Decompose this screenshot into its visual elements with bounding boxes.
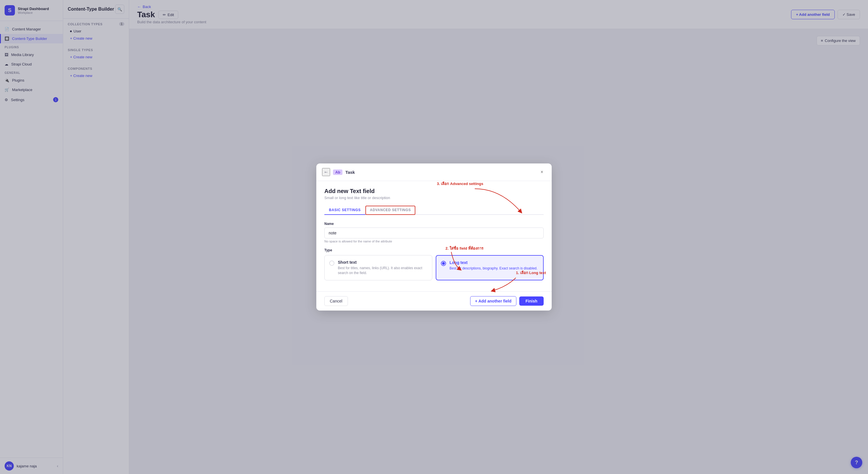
tab-advanced-settings[interactable]: ADVANCED SETTINGS <box>365 206 415 215</box>
modal-add-another-field-button[interactable]: + Add another field <box>470 296 516 306</box>
type-options: Short text Best for titles, names, links… <box>324 255 544 280</box>
long-text-desc: Best for descriptions, biography. Exact … <box>450 266 538 271</box>
modal-overlay: ← Ab Task × Add new Text field Small or … <box>0 0 868 474</box>
tab-basic-settings[interactable]: BASIC SETTINGS <box>324 206 365 215</box>
short-text-radio[interactable] <box>329 261 334 266</box>
long-text-label: Long text <box>450 260 538 265</box>
type-option-short[interactable]: Short text Best for titles, names, links… <box>324 255 432 280</box>
name-field-group: Name No space is allowed for the name of… <box>324 222 544 243</box>
type-option-long[interactable]: Long text Best for descriptions, biograp… <box>436 255 544 280</box>
modal: ← Ab Task × Add new Text field Small or … <box>316 164 552 310</box>
finish-button[interactable]: Finish <box>519 296 544 306</box>
modal-close-button[interactable]: × <box>538 168 546 176</box>
modal-type-name: Task <box>345 170 535 175</box>
short-text-desc: Best for titles, names, links (URL). It … <box>338 266 427 275</box>
type-label: Type <box>324 248 544 252</box>
name-label: Name <box>324 222 544 226</box>
modal-top-bar: ← Ab Task × <box>316 164 552 181</box>
modal-tabs: BASIC SETTINGS ADVANCED SETTINGS <box>324 206 544 215</box>
type-field-group: Type Short text Best for titles, names, … <box>324 248 544 280</box>
short-text-label: Short text <box>338 260 427 265</box>
modal-type-badge: Ab <box>333 170 342 175</box>
modal-body: Add new Text field Small or long text li… <box>316 181 552 291</box>
name-hint: No space is allowed for the name of the … <box>324 240 544 243</box>
modal-footer: Cancel + Add another field Finish <box>316 291 552 310</box>
modal-title: Add new Text field <box>324 188 544 195</box>
name-input[interactable] <box>324 228 544 238</box>
long-text-radio[interactable] <box>441 261 446 266</box>
modal-back-button[interactable]: ← <box>322 168 330 176</box>
footer-right-actions: + Add another field Finish <box>470 296 544 306</box>
modal-subtitle: Small or long text like title or descrip… <box>324 196 544 200</box>
cancel-button[interactable]: Cancel <box>324 296 348 306</box>
